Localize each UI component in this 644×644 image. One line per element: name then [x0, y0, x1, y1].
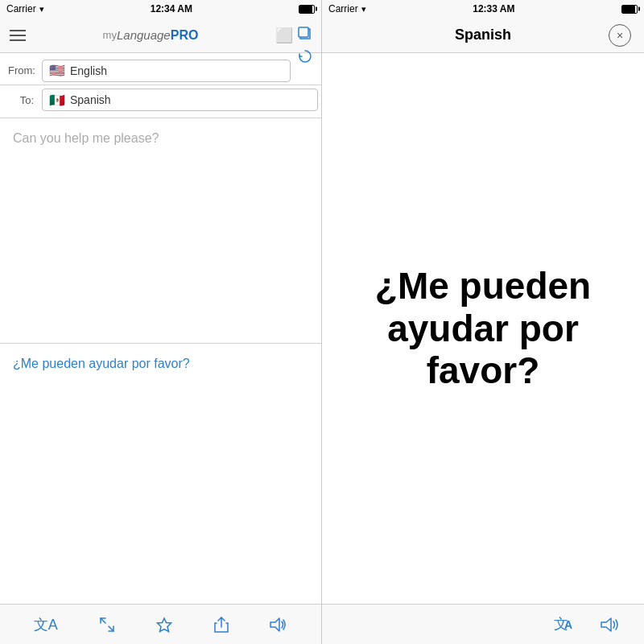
svg-line-2 — [109, 626, 114, 631]
left-time-text: 12:34 AM — [151, 3, 192, 14]
logo-pro: PRO — [171, 28, 199, 43]
right-bottom-toolbar: 文 A — [322, 604, 644, 644]
from-label: From: — [0, 64, 39, 76]
from-flag: 🇺🇸 — [49, 63, 65, 78]
svg-marker-4 — [270, 618, 279, 631]
left-bottom-toolbar: 文A — [0, 604, 321, 644]
from-language-name: English — [70, 64, 107, 77]
svg-rect-0 — [299, 27, 308, 37]
to-language-name: Spanish — [70, 93, 111, 106]
right-battery-icon — [621, 5, 638, 14]
translate-icon-button[interactable]: 文A — [29, 610, 63, 639]
right-panel-title: Spanish — [455, 27, 511, 43]
app-header: my Language PRO ⬜ — [0, 18, 321, 53]
to-label: To: — [0, 94, 39, 106]
to-language-selector[interactable]: 🇲🇽 Spanish — [42, 89, 318, 111]
right-status-carrier-area: Carrier ▾ — [328, 3, 366, 14]
left-status-right — [299, 5, 315, 14]
output-area: ¿Me pueden ayudar por favor? — [0, 344, 321, 604]
from-language-row: From: 🇺🇸 English — [0, 56, 321, 85]
left-battery-icon — [299, 5, 315, 14]
right-status-bar: Carrier ▾ 12:33 AM — [322, 0, 644, 18]
svg-line-1 — [101, 618, 105, 623]
hamburger-line-3 — [10, 39, 26, 41]
logo-my: my — [103, 29, 117, 41]
close-icon: × — [617, 29, 623, 42]
hamburger-line-2 — [10, 35, 26, 36]
share-button[interactable] — [209, 612, 233, 638]
translated-text: ¿Me pueden ayudar por favor? — [341, 265, 625, 393]
edit-button[interactable]: ⬜ — [275, 26, 312, 44]
svg-marker-3 — [158, 618, 171, 632]
input-area[interactable]: Can you help me please? — [0, 118, 321, 344]
close-button[interactable]: × — [609, 24, 631, 47]
swap-button[interactable] — [294, 45, 316, 68]
left-status-carrier-area: Carrier ▾ — [6, 3, 44, 14]
language-bar: From: 🇺🇸 English To: 🇲 — [0, 53, 321, 118]
input-placeholder: Can you help me please? — [13, 131, 159, 146]
right-header: Spanish × — [322, 18, 644, 53]
to-language-row: To: 🇲🇽 Spanish — [0, 85, 321, 114]
from-language-selector[interactable]: 🇺🇸 English — [42, 60, 291, 82]
menu-button[interactable] — [10, 30, 26, 41]
left-panel: Carrier ▾ 12:34 AM my Language PRO ⬜ — [0, 0, 322, 644]
app-logo: my Language PRO — [103, 28, 199, 43]
svg-marker-7 — [601, 618, 611, 631]
expand-button[interactable] — [94, 612, 120, 638]
left-carrier-text: Carrier — [6, 3, 36, 14]
output-text: ¿Me pueden ayudar por favor? — [13, 357, 190, 371]
speaker-button[interactable] — [265, 613, 292, 637]
logo-language: Language — [117, 28, 171, 42]
right-translate-icon-button[interactable]: 文 A — [549, 611, 580, 638]
translation-display: ¿Me pueden ayudar por favor? — [322, 53, 644, 604]
left-wifi-icon: ▾ — [39, 4, 44, 14]
right-carrier-text: Carrier — [328, 3, 358, 14]
svg-text:A: A — [564, 618, 572, 631]
to-flag: 🇲🇽 — [49, 93, 65, 108]
right-speaker-button[interactable] — [596, 612, 625, 638]
right-panel: Carrier ▾ 12:33 AM Spanish × ¿Me pueden … — [322, 0, 644, 644]
left-status-bar: Carrier ▾ 12:34 AM — [0, 0, 321, 18]
right-time-text: 12:33 AM — [473, 3, 514, 14]
star-button[interactable] — [151, 612, 177, 638]
right-status-right — [621, 5, 638, 14]
right-wifi-icon: ▾ — [361, 4, 366, 14]
hamburger-line-1 — [10, 30, 26, 31]
